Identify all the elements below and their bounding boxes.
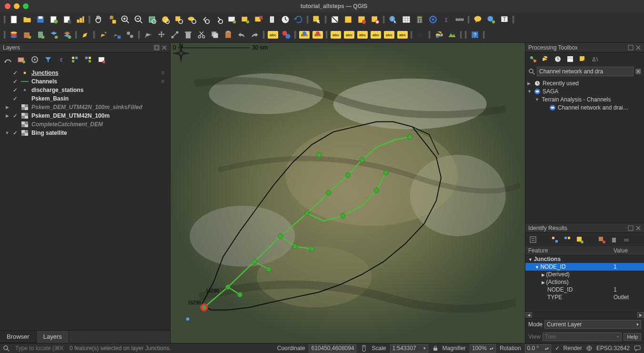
crs-label[interactable]: EPSG:32642 — [596, 345, 630, 352]
layer-dem-sinksfilled[interactable]: ▶ Pskem_DEM_UTM42N_100m_sinksFilled — [4, 103, 166, 111]
toolbar-handle[interactable] — [88, 14, 91, 25]
open-project-button[interactable] — [21, 13, 33, 26]
toolbar-handle[interactable] — [464, 30, 468, 40]
tree-channel-network-algo[interactable]: Channel network and drai… — [527, 103, 642, 111]
layout-manager-button[interactable] — [61, 13, 73, 26]
label-show-button[interactable]: abc — [343, 29, 355, 41]
new-virtual-layer-button[interactable] — [61, 29, 73, 41]
zoom-next-button[interactable] — [212, 13, 225, 26]
toolbox-tree[interactable]: ▶ Recently used ▼ SAGA ▼ Terrain Analysi… — [525, 77, 644, 223]
identify-table-body[interactable]: ▼ Junctions ▼ NODE_ID1 ▶ (Derived) ▶ (Ac… — [525, 255, 644, 301]
zoom-native-button[interactable] — [146, 13, 158, 26]
toggle-editing-button[interactable] — [97, 29, 110, 41]
digitize-button[interactable] — [142, 29, 154, 41]
coordinate-field[interactable]: 610450,4608094 — [309, 344, 356, 353]
tab-browser[interactable]: Browser — [0, 331, 37, 343]
remove-layer-button[interactable] — [96, 54, 107, 65]
lock-icon[interactable] — [432, 345, 439, 352]
paste-features-button[interactable] — [222, 29, 234, 41]
panel-undock-icon[interactable] — [154, 45, 160, 50]
toolbox-options-button[interactable] — [590, 54, 600, 64]
manage-themes-button[interactable] — [30, 54, 40, 65]
layer-channels[interactable]: ✓ Channels ≡ — [4, 77, 166, 86]
rotation-field[interactable]: 0.0 °▴▾ — [525, 344, 551, 353]
layer-junctions[interactable]: ✓ Junctions ≡ — [4, 69, 166, 77]
style-manager-button[interactable] — [74, 13, 87, 26]
tree-terrain-analysis[interactable]: ▼ Terrain Analysis - Channels — [527, 95, 642, 103]
label-toolbar-1[interactable]: abc — [267, 29, 279, 41]
refresh-button[interactable] — [292, 13, 305, 26]
measure-button[interactable] — [453, 13, 466, 26]
layer-bing-satellite[interactable]: ▼✓ Bing satellite — [4, 129, 166, 137]
panel-close-icon[interactable] — [635, 225, 641, 231]
select-features-button[interactable] — [311, 13, 323, 26]
new-project-button[interactable] — [8, 13, 20, 26]
toolbar-handle[interactable] — [324, 14, 328, 25]
filter-legend-button[interactable] — [43, 54, 53, 65]
toolbox-edit-button[interactable] — [578, 54, 587, 64]
deselect-button[interactable] — [369, 13, 381, 26]
toolbar-handle[interactable] — [137, 30, 141, 40]
copy-features-button[interactable] — [209, 29, 221, 41]
data-source-manager-button[interactable] — [8, 29, 20, 41]
window-minimize-button[interactable] — [14, 3, 20, 9]
toolbar-handle[interactable] — [325, 30, 329, 40]
identify-expand-button[interactable] — [528, 235, 538, 244]
new-geopackage-button[interactable] — [21, 29, 33, 41]
statistics-button[interactable]: Σ — [440, 13, 453, 26]
panel-undock-icon[interactable] — [628, 225, 634, 231]
new-annotation-button[interactable] — [485, 13, 497, 26]
panel-close-icon[interactable] — [635, 45, 641, 50]
help-button[interactable]: ? — [469, 29, 481, 41]
toolbar-handle[interactable] — [262, 30, 266, 40]
expand-all-button[interactable] — [70, 54, 80, 65]
crs-icon[interactable] — [586, 345, 593, 352]
toolbar-handle[interactable] — [410, 30, 413, 40]
panel-close-icon[interactable] — [161, 45, 167, 50]
mode-combo[interactable]: Current Layer▾ — [544, 320, 641, 329]
zoom-layer-button[interactable] — [186, 13, 198, 26]
toolbox-search-input[interactable] — [537, 67, 634, 76]
identify-new-button[interactable] — [575, 235, 584, 244]
temporal-controller-button[interactable] — [266, 13, 278, 26]
pan-button[interactable] — [92, 13, 105, 26]
new-map-view-button[interactable] — [226, 13, 238, 26]
open-attribute-table-button[interactable] — [400, 13, 413, 26]
toolbar-handle[interactable] — [293, 30, 297, 40]
zoom-last-button[interactable] — [199, 13, 211, 26]
zoom-out-button[interactable] — [132, 13, 145, 26]
toolbar-handle[interactable] — [74, 30, 78, 40]
redo-button[interactable] — [249, 29, 261, 41]
layer-pskem-basin[interactable]: ✓ Pskem_Basin — [4, 94, 166, 103]
pan-to-selection-button[interactable] — [106, 13, 118, 26]
render-checkbox[interactable]: ✓ — [555, 345, 560, 352]
temporal-button[interactable] — [279, 13, 292, 26]
toolbar-handle[interactable] — [3, 30, 7, 40]
label-pin-button[interactable]: abc — [298, 29, 311, 41]
layer-tree[interactable]: ✓ Junctions ≡ ✓ Channels ≡ ✓ discharge_s… — [0, 67, 170, 330]
zoom-selection-button[interactable] — [172, 13, 185, 26]
add-group-button[interactable] — [16, 54, 27, 65]
layer-styling-button[interactable] — [3, 54, 13, 65]
identify-collapse-all-button[interactable] — [563, 235, 572, 244]
help-button[interactable]: Help — [624, 333, 641, 341]
toolbar-handle[interactable] — [382, 14, 386, 25]
locator-input[interactable] — [13, 344, 66, 353]
toolbar-handle[interactable] — [428, 30, 432, 40]
processing-toolbox-button[interactable] — [427, 13, 439, 26]
field-calculator-button[interactable] — [413, 13, 426, 26]
delete-selected-button[interactable] — [182, 29, 194, 41]
tab-layers[interactable]: Layers — [37, 331, 69, 343]
tree-recently-used[interactable]: ▶ Recently used — [527, 79, 642, 87]
layer-dem[interactable]: ▶✓ Pskem_DEM_UTM42N_100m — [4, 111, 166, 120]
new-bookmark-button[interactable] — [239, 13, 252, 26]
layer-complete-catchment[interactable]: CompleteCatchment_DEM — [4, 120, 166, 129]
toolbox-history-button[interactable] — [553, 54, 563, 64]
identify-expand-all-button[interactable] — [550, 235, 560, 244]
mouse-icon[interactable] — [360, 344, 368, 352]
new-shapefile-button[interactable] — [34, 29, 47, 41]
toolbar-handle[interactable] — [512, 14, 515, 25]
select-all-button[interactable] — [342, 13, 354, 26]
identify-clear-button[interactable] — [609, 235, 619, 244]
toolbar-handle[interactable] — [92, 30, 96, 40]
